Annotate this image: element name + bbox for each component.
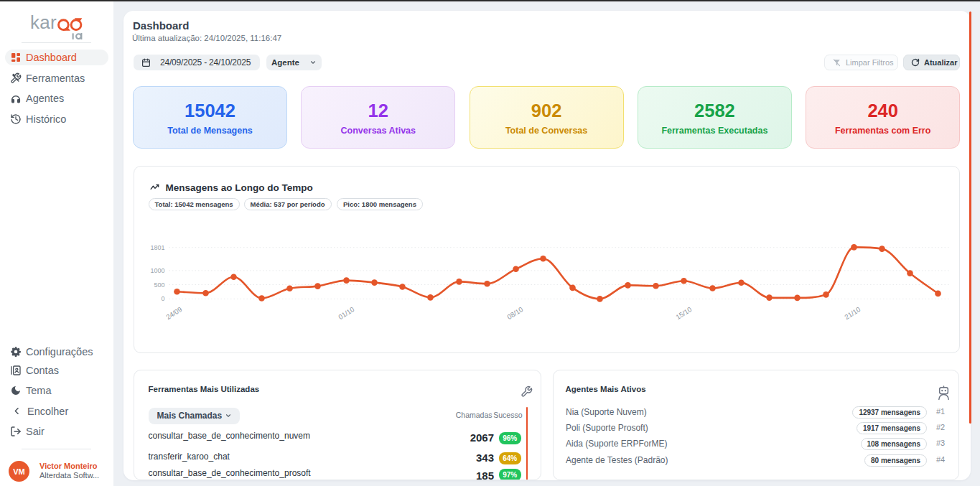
svg-text:500: 500 xyxy=(154,281,164,288)
svg-text:01/10: 01/10 xyxy=(337,305,355,321)
svg-text:21/10: 21/10 xyxy=(843,305,862,321)
svg-text:15/10: 15/10 xyxy=(674,305,693,321)
svg-text:1801: 1801 xyxy=(150,243,164,251)
svg-text:kar: kar xyxy=(30,11,57,33)
svg-text:0: 0 xyxy=(161,295,164,302)
svg-text:1000: 1000 xyxy=(150,266,164,274)
svg-text:24/09: 24/09 xyxy=(164,305,183,321)
svg-text:08/10: 08/10 xyxy=(505,305,524,321)
